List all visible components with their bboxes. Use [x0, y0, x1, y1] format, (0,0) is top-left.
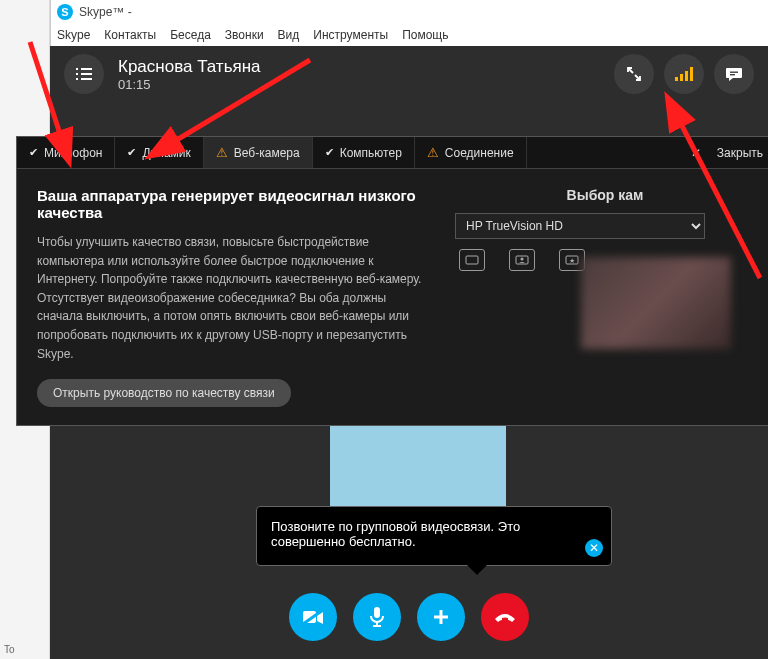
menu-help[interactable]: Помощь	[402, 28, 448, 42]
tab-microphone[interactable]: ✔Микрофон	[17, 137, 115, 168]
call-header: Краснова Татьяна 01:15	[50, 46, 768, 102]
camera-preview	[581, 257, 731, 349]
chat-icon	[725, 66, 743, 82]
quality-button[interactable]	[664, 54, 704, 94]
hangup-button[interactable]	[481, 593, 529, 641]
tab-webcam-label: Веб-камера	[234, 146, 300, 160]
svg-rect-8	[730, 72, 738, 73]
tab-computer[interactable]: ✔Компьютер	[313, 137, 415, 168]
diag-body-text: Чтобы улучшить качество связи, повысьте …	[37, 233, 435, 363]
skype-logo-icon: S	[57, 4, 73, 20]
svg-rect-9	[730, 74, 735, 75]
fullscreen-button[interactable]	[614, 54, 654, 94]
call-controls	[50, 593, 768, 641]
tab-speaker[interactable]: ✔Динамик	[115, 137, 203, 168]
bg-label: To	[4, 644, 15, 655]
tab-connection[interactable]: ⚠Соединение	[415, 137, 527, 168]
microphone-icon	[369, 606, 385, 628]
tab-close-label: Закрыть	[717, 146, 763, 160]
signal-bars-icon	[675, 67, 693, 81]
chat-button[interactable]	[714, 54, 754, 94]
menu-bar: Skype Контакты Беседа Звонки Вид Инструм…	[51, 24, 768, 46]
camera-select[interactable]: HP TrueVision HD	[455, 213, 705, 239]
add-participant-button[interactable]	[417, 593, 465, 641]
list-button[interactable]	[64, 54, 104, 94]
tab-speaker-label: Динамик	[142, 146, 190, 160]
tab-close[interactable]: ✕ Закрыть	[679, 137, 768, 168]
contact-name: Краснова Татьяна	[118, 57, 614, 77]
tab-connection-label: Соединение	[445, 146, 514, 160]
svg-rect-10	[466, 256, 478, 264]
title-bar: S Skype™ -	[51, 0, 768, 24]
video-off-icon	[301, 608, 325, 626]
camera-overlay-avatar-icon[interactable]	[509, 249, 535, 271]
menu-view[interactable]: Вид	[278, 28, 300, 42]
menu-calls[interactable]: Звонки	[225, 28, 264, 42]
call-duration: 01:15	[118, 77, 614, 92]
plus-icon	[431, 607, 451, 627]
open-guide-button[interactable]: Открыть руководство по качеству связи	[37, 379, 291, 407]
warning-icon: ⚠	[216, 145, 228, 160]
menu-conversation[interactable]: Беседа	[170, 28, 211, 42]
toggle-video-button[interactable]	[289, 593, 337, 641]
diag-heading: Ваша аппаратура генерирует видеосигнал н…	[37, 187, 435, 221]
tooltip-text: Позвоните по групповой видеосвязи. Это с…	[271, 519, 520, 549]
menu-tools[interactable]: Инструменты	[313, 28, 388, 42]
svg-text:★: ★	[569, 257, 575, 264]
window-title: Skype™ -	[79, 5, 132, 19]
toggle-mic-button[interactable]	[353, 593, 401, 641]
diagnostics-panel: ✔Микрофон ✔Динамик ⚠Веб-камера ✔Компьюте…	[16, 136, 768, 426]
close-icon: ✕	[589, 541, 599, 555]
tab-microphone-label: Микрофон	[44, 146, 102, 160]
group-call-tooltip: Позвоните по групповой видеосвязи. Это с…	[256, 506, 612, 566]
tab-webcam[interactable]: ⚠Веб-камера	[204, 137, 313, 168]
check-icon: ✔	[127, 146, 136, 159]
check-icon: ✔	[29, 146, 38, 159]
tooltip-close-button[interactable]: ✕	[585, 539, 603, 557]
menu-contacts[interactable]: Контакты	[104, 28, 156, 42]
camera-select-title: Выбор кам	[455, 187, 755, 203]
svg-point-12	[521, 258, 524, 261]
camera-overlay-none-icon[interactable]	[459, 249, 485, 271]
call-window: Краснова Татьяна 01:15 ✔Микрофон ✔Динами…	[50, 46, 768, 659]
tab-computer-label: Компьютер	[340, 146, 402, 160]
svg-rect-17	[374, 607, 380, 618]
close-icon: ✕	[691, 146, 701, 160]
warning-icon: ⚠	[427, 145, 439, 160]
fullscreen-icon	[626, 66, 642, 82]
menu-skype[interactable]: Skype	[57, 28, 90, 42]
contact-block: Краснова Татьяна 01:15	[118, 57, 614, 92]
list-icon	[75, 67, 93, 81]
diag-tabs: ✔Микрофон ✔Динамик ⚠Веб-камера ✔Компьюте…	[17, 137, 768, 169]
hangup-icon	[493, 611, 517, 623]
check-icon: ✔	[325, 146, 334, 159]
